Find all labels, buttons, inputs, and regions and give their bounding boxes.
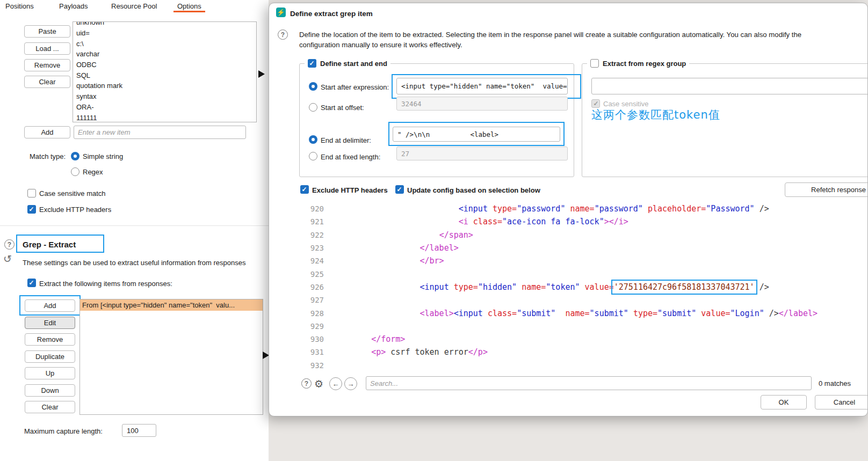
regex-group-header: Extract from regex group — [587, 59, 689, 68]
match-regex-label: Regex — [83, 168, 103, 176]
regex-case-sensitive-checkbox[interactable] — [591, 99, 600, 108]
case-sensitive-match-checkbox[interactable] — [27, 189, 36, 197]
end-at-delimiter-field[interactable]: " />\n\n <label> — [393, 127, 560, 142]
help-icon[interactable]: ? — [4, 239, 15, 250]
start-at-offset-radio[interactable] — [309, 103, 317, 112]
start-at-offset-label: Start at offset: — [321, 104, 364, 112]
payload-item[interactable]: ODBC — [73, 60, 256, 70]
code-line: 920 <input type="password" name="passwor… — [299, 202, 867, 215]
start-after-expression-label: Start after expression: — [321, 83, 389, 91]
case-sensitive-match-label: Case sensitive match — [39, 189, 106, 197]
cancel-button[interactable]: Cancel — [815, 395, 868, 409]
line-number: 928 — [299, 309, 324, 318]
payload-item[interactable]: varchar — [73, 49, 256, 60]
code-line: 930 </form> — [299, 333, 867, 346]
dialog-lightning-icon: ⚡ — [276, 8, 286, 17]
max-capture-length-label: Maximum capture length: — [24, 427, 103, 435]
dialog-description-line2: configuration manually to ensure it work… — [299, 41, 462, 49]
remove-button[interactable]: Remove — [24, 59, 70, 71]
exclude-http-headers-label: Exclude HTTP headers — [39, 206, 111, 214]
tab-options[interactable]: Options — [177, 2, 201, 10]
grep-extract-selected-item[interactable]: From [<input type="hidden" name="token" … — [80, 299, 263, 311]
grep-remove-button[interactable]: Remove — [25, 333, 75, 346]
define-start-end-header: Define start and end — [305, 59, 390, 68]
extract-items-label: Extract the following items from respons… — [39, 280, 172, 288]
tab-positions[interactable]: Positions — [5, 2, 34, 10]
clear-button[interactable]: Clear — [24, 76, 70, 88]
gear-icon[interactable]: ⚙ — [314, 379, 323, 389]
payload-item[interactable]: ORA- — [73, 102, 256, 113]
load-button[interactable]: Load ... — [24, 42, 70, 55]
search-help-icon[interactable]: ? — [301, 378, 312, 389]
regex-case-sensitive-label: Case sensitive — [603, 100, 649, 108]
payload-item[interactable]: unknown — [73, 21, 256, 28]
dialog-exclude-headers-checkbox[interactable] — [300, 185, 309, 194]
screen: Positions Payloads Resource Pool Options… — [0, 0, 868, 461]
grep-duplicate-button[interactable]: Duplicate — [25, 350, 75, 363]
grep-extract-list[interactable]: From [<input type="hidden" name="token" … — [79, 299, 263, 415]
define-start-end-label: Define start and end — [320, 60, 387, 68]
payload-item[interactable]: quotation mark — [73, 81, 256, 91]
define-start-end-checkbox[interactable] — [308, 59, 316, 68]
update-config-checkbox[interactable] — [395, 185, 404, 194]
end-at-fixed-length-radio[interactable] — [309, 152, 317, 160]
match-count-label: 0 matches — [819, 379, 851, 387]
line-number: 929 — [299, 322, 324, 331]
grep-add-button[interactable]: Add — [25, 299, 75, 312]
end-at-delimiter-radio[interactable] — [309, 135, 317, 144]
max-capture-length-input[interactable]: 100 — [122, 424, 156, 437]
line-number: 927 — [299, 296, 324, 304]
regex-group-field[interactable] — [591, 78, 868, 94]
define-extract-grep-dialog: ⚡ Define extract grep item ? Define the … — [269, 3, 868, 416]
exclude-http-headers-checkbox[interactable] — [27, 205, 36, 214]
paste-button[interactable]: Paste — [24, 25, 70, 38]
line-number: 932 — [299, 361, 324, 370]
search-input[interactable] — [366, 376, 812, 390]
payload-item[interactable]: 111111 — [73, 112, 256, 122]
ok-button[interactable]: OK — [761, 395, 807, 409]
extract-items-checkbox[interactable] — [27, 279, 36, 287]
next-match-button[interactable]: → — [344, 377, 357, 390]
tab-payloads[interactable]: Payloads — [59, 2, 88, 10]
payload-item[interactable]: syntax — [73, 91, 256, 102]
new-item-input[interactable] — [74, 126, 246, 139]
end-at-fixed-length-field[interactable]: 27 — [396, 147, 568, 160]
regex-group-label: Extract from regex group — [603, 60, 686, 68]
start-after-expression-field[interactable]: <input type="hidden" name="token" value=… — [396, 78, 568, 94]
payload-list[interactable]: unknown uid= c:\ varchar ODBC SQL quotat… — [73, 21, 257, 122]
start-after-expression-radio[interactable] — [309, 82, 317, 91]
dialog-help-icon[interactable]: ? — [278, 30, 288, 40]
payload-item[interactable]: SQL — [73, 70, 256, 81]
previous-match-button[interactable]: ← — [329, 377, 342, 390]
grep-edit-button[interactable]: Edit — [25, 317, 75, 329]
code-line: 932 — [299, 359, 867, 372]
refetch-response-button[interactable]: Refetch response — [785, 182, 868, 197]
payload-item[interactable]: c:\ — [73, 38, 256, 49]
grep-up-button[interactable]: Up — [25, 367, 75, 379]
panel-resize-arrow-icon — [258, 70, 265, 78]
grep-down-button[interactable]: Down — [25, 384, 75, 397]
line-number: 924 — [299, 257, 324, 265]
dialog-title: Define extract grep item — [290, 10, 373, 18]
match-simple-label: Simple string — [83, 152, 123, 160]
grep-clear-button[interactable]: Clear — [25, 401, 75, 413]
code-area[interactable]: 920 <input type="password" name="passwor… — [299, 202, 867, 374]
line-number: 921 — [299, 217, 324, 226]
restore-defaults-icon[interactable]: ↺ — [3, 254, 12, 264]
grep-extract-description: These settings can be used to extract us… — [23, 259, 246, 267]
match-type-label: Match type: — [30, 152, 66, 160]
section-divider — [0, 225, 269, 226]
code-line: 931 <p> csrf token error</p> — [299, 346, 867, 358]
match-simple-radio[interactable] — [71, 152, 79, 160]
line-number: 931 — [299, 348, 324, 356]
start-at-offset-field[interactable]: 32464 — [396, 97, 568, 111]
add-payload-button[interactable]: Add — [24, 126, 70, 138]
line-number: 922 — [299, 231, 324, 239]
code-line: 928 <label><input class="submit" name="s… — [299, 306, 867, 319]
dialog-description-line1: Define the location of the item to be ex… — [299, 31, 801, 39]
payload-item[interactable]: uid= — [73, 28, 256, 39]
code-line: 927 — [299, 294, 867, 306]
match-regex-radio[interactable] — [71, 167, 79, 176]
regex-group-checkbox[interactable] — [590, 59, 599, 68]
tab-resource-pool[interactable]: Resource Pool — [111, 2, 157, 10]
